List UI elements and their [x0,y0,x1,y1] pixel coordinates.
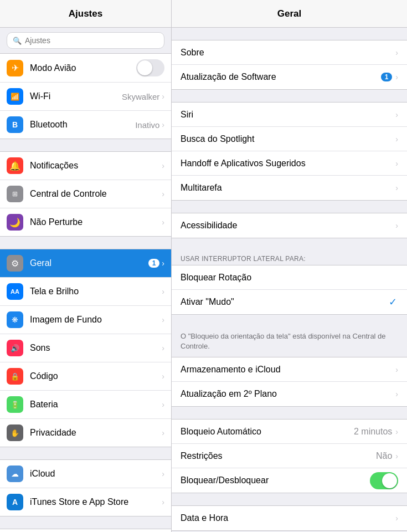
wifi-value: Skywalker [122,92,159,101]
nao-perturbe-label: Não Perturbe [30,217,162,227]
settings-group-about: Sobre › Atualização de Software 1 › [172,40,407,90]
multitarefa-label: Multitarefa [181,183,395,193]
sidebar-item-tela-brilho[interactable]: AA Tela e Brilho › [0,278,171,306]
wifi-icon: 📶 [7,88,23,105]
sidebar-item-bluetooth[interactable]: B Bluetooth Inativo › [0,111,171,139]
bloqueio-automatico-label: Bloqueio Automático [181,427,354,437]
privacidade-chevron: › [162,428,164,437]
geral-icon: ⚙ [7,255,23,272]
geral-badge: 1 [148,259,160,268]
search-input-wrap[interactable]: 🔍 [7,32,164,49]
sidebar-item-codigo[interactable]: 🔒 Código › [0,362,171,391]
armazenamento-chevron: › [395,365,398,374]
sidebar-item-sons[interactable]: 🔊 Sons › [0,334,171,362]
bateria-label: Bateria [30,400,162,410]
codigo-chevron: › [162,372,164,381]
data-hora-label: Data e Hora [181,513,395,523]
bluetooth-chevron: › [162,120,164,129]
settings-row-ativar-mudo[interactable]: Ativar "Mudo" ✓ [172,290,407,314]
display-icon: AA [7,283,23,300]
sidebar-item-wifi[interactable]: 📶 Wi-Fi Skywalker › [0,83,171,111]
central-controle-label: Central de Controle [30,189,162,199]
sidebar-item-imagem-fundo[interactable]: ❋ Imagem de Fundo › [0,306,171,334]
header: Ajustes Geral [0,0,407,28]
restricoes-value: Não [376,451,392,461]
settings-row-bloqueio-automatico[interactable]: Bloqueio Automático 2 minutos › [172,420,407,444]
interruptor-note: O "Bloqueio da orientação da tela" está … [172,327,407,357]
restricoes-label: Restrições [181,451,376,461]
sidebar: 🔍 ✈ Modo Avião 📶 Wi-Fi Skywalker › B Blu… [0,28,172,532]
itunes-label: iTunes Store e App Store [30,497,162,507]
bloquear-desbloquear-toggle[interactable] [370,472,398,489]
search-icon: 🔍 [13,37,22,45]
sidebar-item-privacidade[interactable]: ✋ Privacidade › [0,419,171,447]
notificacoes-chevron: › [162,161,164,170]
ativar-mudo-label: Ativar "Mudo" [181,297,389,307]
settings-row-handoff[interactable]: Handoff e Aplicativos Sugeridos › [172,151,407,176]
passcode-icon: 🔒 [7,368,23,385]
icloud-label: iCloud [30,469,162,479]
bloqueio-automatico-value: 2 minutos [354,427,392,437]
do-not-disturb-icon: 🌙 [7,214,23,231]
sons-chevron: › [162,344,164,352]
settings-row-acessibilidade[interactable]: Acessibilidade › [172,213,407,238]
icloud-chevron: › [162,469,164,478]
settings-row-siri[interactable]: Siri › [172,103,407,127]
handoff-label: Handoff e Aplicativos Sugeridos [181,158,395,168]
siri-label: Siri [181,110,395,120]
sidebar-group-general: ⚙ Geral 1 › AA Tela e Brilho › ❋ Imagem … [0,249,171,447]
modo-aviao-toggle[interactable] [136,59,164,76]
battery-icon: 🔋 [7,396,23,413]
sons-label: Sons [30,343,162,353]
sidebar-item-mail[interactable]: ✉ Mail, Contatos, Calendários › [0,529,171,532]
handoff-chevron: › [395,159,398,168]
sidebar-item-itunes[interactable]: A iTunes Store e App Store › [0,488,171,516]
wifi-label: Wi-Fi [30,91,122,101]
settings-row-armazenamento[interactable]: Armazenamento e iCloud › [172,357,407,382]
settings-row-spotlight[interactable]: Busca do Spotlight › [172,127,407,151]
settings-row-atualizacao-plano[interactable]: Atualização em 2º Plano › [172,382,407,406]
acessibilidade-label: Acessibilidade [181,221,395,231]
bloqueio-automatico-chevron: › [395,427,398,436]
settings-row-multitarefa[interactable]: Multitarefa › [172,176,407,200]
sidebar-item-notificacoes[interactable]: 🔔 Notificações › [0,152,171,180]
settings-row-data-hora[interactable]: Data e Hora › [172,506,407,530]
multitarefa-chevron: › [395,183,398,192]
atualizacao-plano-chevron: › [395,390,398,398]
sidebar-item-bateria[interactable]: 🔋 Bateria › [0,391,171,419]
search-input[interactable] [25,36,158,45]
sobre-chevron: › [395,48,398,57]
sidebar-title: Ajustes [0,0,172,27]
modo-aviao-label: Modo Avião [30,63,136,73]
settings-row-bloquear-desbloquear[interactable]: Bloquear/Desbloquear [172,468,407,493]
geral-label: Geral [30,258,148,268]
sidebar-group-services: ☁ iCloud › A iTunes Store e App Store › [0,459,171,516]
imagem-fundo-label: Imagem de Fundo [30,315,162,325]
settings-row-bloquear-rotacao[interactable]: Bloquear Rotação [172,265,407,290]
notificacoes-label: Notificações [30,161,162,171]
notifications-icon: 🔔 [7,157,23,174]
settings-row-sobre[interactable]: Sobre › [172,40,407,65]
sidebar-item-central-controle[interactable]: ⊞ Central de Controle › [0,180,171,208]
settings-group-siri: Siri › Busca do Spotlight › Handoff e Ap… [172,102,407,201]
sidebar-item-geral[interactable]: ⚙ Geral 1 › [0,249,171,278]
bateria-chevron: › [162,400,164,409]
sidebar-item-modo-aviao[interactable]: ✈ Modo Avião [0,54,171,83]
nao-perturbe-chevron: › [162,218,164,227]
appstore-icon: A [7,494,23,510]
airplane-icon: ✈ [7,60,23,76]
itunes-chevron: › [162,498,164,507]
settings-group-lock: Bloqueio Automático 2 minutos › Restriçõ… [172,419,407,493]
settings-row-restricoes[interactable]: Restrições Não › [172,444,407,468]
spotlight-chevron: › [395,135,398,144]
right-panel: Sobre › Atualização de Software 1 › Siri… [172,28,407,532]
spotlight-label: Busca do Spotlight [181,134,395,144]
sidebar-group-apps: ✉ Mail, Contatos, Calendários › 📝 Notas … [0,529,171,532]
search-bar: 🔍 [0,28,171,53]
sidebar-item-icloud[interactable]: ☁ iCloud › [0,460,171,488]
control-center-icon: ⊞ [7,186,23,202]
atualizacao-chevron: › [395,73,398,81]
sidebar-item-nao-perturbe[interactable]: 🌙 Não Perturbe › [0,208,171,236]
imagem-fundo-chevron: › [162,315,164,324]
settings-row-atualizacao-software[interactable]: Atualização de Software 1 › [172,65,407,89]
